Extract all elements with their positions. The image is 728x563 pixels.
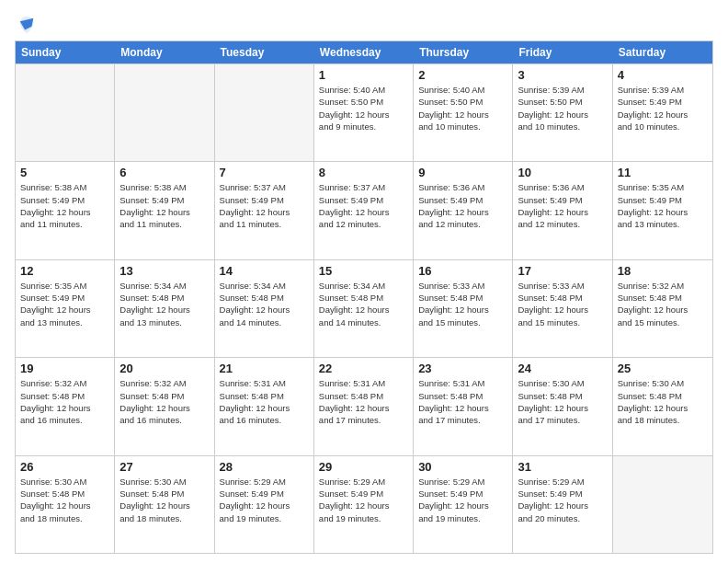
day-number: 24 [518,362,607,375]
day-cell: 16Sunrise: 5:33 AM Sunset: 5:48 PM Dayli… [414,260,513,357]
page-container: SundayMondayTuesdayWednesdayThursdayFrid… [0,0,728,563]
day-cell: 20Sunrise: 5:32 AM Sunset: 5:48 PM Dayli… [115,358,214,454]
day-info: Sunrise: 5:30 AM Sunset: 5:48 PM Dayligh… [119,476,209,524]
day-number: 2 [418,68,507,82]
day-number: 29 [319,460,408,474]
day-cell: 4Sunrise: 5:39 AM Sunset: 5:49 PM Daylig… [613,64,712,161]
day-number: 12 [20,264,109,278]
day-number: 15 [319,264,408,278]
day-cell: 15Sunrise: 5:34 AM Sunset: 5:48 PM Dayli… [314,260,414,357]
day-cell: 8Sunrise: 5:37 AM Sunset: 5:49 PM Daylig… [314,162,414,259]
day-number: 8 [319,166,408,179]
day-info: Sunrise: 5:36 AM Sunset: 5:49 PM Dayligh… [518,181,607,230]
day-info: Sunrise: 5:29 AM Sunset: 5:49 PM Dayligh… [418,476,507,524]
week-row-3: 12Sunrise: 5:35 AM Sunset: 5:49 PM Dayli… [16,259,712,357]
day-number: 26 [20,460,109,474]
day-info: Sunrise: 5:33 AM Sunset: 5:48 PM Dayligh… [518,280,607,328]
day-cell: 10Sunrise: 5:36 AM Sunset: 5:49 PM Dayli… [513,162,612,259]
day-cell: 24Sunrise: 5:30 AM Sunset: 5:48 PM Dayli… [513,358,612,454]
day-number: 4 [618,68,708,82]
day-info: Sunrise: 5:38 AM Sunset: 5:49 PM Dayligh… [119,181,209,230]
day-number: 19 [20,362,109,375]
day-cell: 13Sunrise: 5:34 AM Sunset: 5:48 PM Dayli… [115,260,214,357]
day-header-sunday: Sunday [16,41,115,63]
day-number: 7 [220,166,309,179]
day-number: 14 [220,264,309,278]
day-number: 17 [518,264,607,278]
day-number: 18 [618,264,708,278]
day-cell: 12Sunrise: 5:35 AM Sunset: 5:49 PM Dayli… [16,260,115,357]
day-info: Sunrise: 5:29 AM Sunset: 5:49 PM Dayligh… [220,476,309,524]
day-number: 22 [319,362,408,375]
day-info: Sunrise: 5:31 AM Sunset: 5:48 PM Dayligh… [319,377,408,426]
day-info: Sunrise: 5:33 AM Sunset: 5:48 PM Dayligh… [418,280,507,328]
day-cell: 28Sunrise: 5:29 AM Sunset: 5:49 PM Dayli… [215,456,314,553]
day-cell: 31Sunrise: 5:29 AM Sunset: 5:49 PM Dayli… [513,456,612,553]
day-info: Sunrise: 5:40 AM Sunset: 5:50 PM Dayligh… [418,84,507,132]
day-info: Sunrise: 5:32 AM Sunset: 5:48 PM Dayligh… [119,377,209,426]
day-header-saturday: Saturday [613,41,712,63]
day-cell: 17Sunrise: 5:33 AM Sunset: 5:48 PM Dayli… [513,260,612,357]
week-row-5: 26Sunrise: 5:30 AM Sunset: 5:48 PM Dayli… [16,455,712,553]
day-info: Sunrise: 5:31 AM Sunset: 5:48 PM Dayligh… [418,377,507,426]
day-cell: 22Sunrise: 5:31 AM Sunset: 5:48 PM Dayli… [314,358,414,454]
day-info: Sunrise: 5:32 AM Sunset: 5:48 PM Dayligh… [20,377,109,426]
day-number: 13 [119,264,209,278]
day-number: 11 [618,166,708,179]
day-number: 30 [418,460,507,474]
day-cell [215,64,314,161]
day-number: 1 [319,68,408,82]
week-row-2: 5Sunrise: 5:38 AM Sunset: 5:49 PM Daylig… [16,161,712,259]
day-info: Sunrise: 5:35 AM Sunset: 5:49 PM Dayligh… [20,280,109,328]
day-cell: 9Sunrise: 5:36 AM Sunset: 5:49 PM Daylig… [414,162,513,259]
day-info: Sunrise: 5:38 AM Sunset: 5:49 PM Dayligh… [20,181,109,230]
day-header-monday: Monday [115,41,214,63]
calendar: SundayMondayTuesdayWednesdayThursdayFrid… [15,40,713,554]
day-cell: 23Sunrise: 5:31 AM Sunset: 5:48 PM Dayli… [414,358,513,454]
day-cell: 7Sunrise: 5:37 AM Sunset: 5:49 PM Daylig… [215,162,314,259]
day-cell: 21Sunrise: 5:31 AM Sunset: 5:48 PM Dayli… [215,358,314,454]
day-cell: 25Sunrise: 5:30 AM Sunset: 5:48 PM Dayli… [613,358,712,454]
day-number: 20 [119,362,209,375]
day-info: Sunrise: 5:29 AM Sunset: 5:49 PM Dayligh… [518,476,607,524]
day-cell: 6Sunrise: 5:38 AM Sunset: 5:49 PM Daylig… [115,162,214,259]
day-number: 3 [518,68,607,82]
day-number: 6 [119,166,209,179]
day-cell: 11Sunrise: 5:35 AM Sunset: 5:49 PM Dayli… [613,162,712,259]
day-header-thursday: Thursday [414,41,513,63]
day-header-friday: Friday [513,41,612,63]
day-header-wednesday: Wednesday [314,41,414,63]
day-number: 31 [518,460,607,474]
day-cell: 18Sunrise: 5:32 AM Sunset: 5:48 PM Dayli… [613,260,712,357]
day-info: Sunrise: 5:31 AM Sunset: 5:48 PM Dayligh… [220,377,309,426]
day-cell: 2Sunrise: 5:40 AM Sunset: 5:50 PM Daylig… [414,64,513,161]
day-cell: 3Sunrise: 5:39 AM Sunset: 5:50 PM Daylig… [513,64,612,161]
week-row-1: 1Sunrise: 5:40 AM Sunset: 5:50 PM Daylig… [16,63,712,161]
day-number: 25 [618,362,708,375]
day-info: Sunrise: 5:30 AM Sunset: 5:48 PM Dayligh… [518,377,607,426]
day-info: Sunrise: 5:39 AM Sunset: 5:49 PM Dayligh… [618,84,708,132]
header [15,11,713,33]
day-info: Sunrise: 5:39 AM Sunset: 5:50 PM Dayligh… [518,84,607,132]
day-number: 23 [418,362,507,375]
day-number: 9 [418,166,507,179]
day-cell: 30Sunrise: 5:29 AM Sunset: 5:49 PM Dayli… [414,456,513,553]
logo [15,15,37,33]
day-info: Sunrise: 5:37 AM Sunset: 5:49 PM Dayligh… [220,181,309,230]
day-info: Sunrise: 5:36 AM Sunset: 5:49 PM Dayligh… [418,181,507,230]
day-cell: 26Sunrise: 5:30 AM Sunset: 5:48 PM Dayli… [16,456,115,553]
day-headers-row: SundayMondayTuesdayWednesdayThursdayFrid… [16,41,712,63]
day-number: 27 [119,460,209,474]
day-number: 10 [518,166,607,179]
calendar-body: 1Sunrise: 5:40 AM Sunset: 5:50 PM Daylig… [16,63,712,553]
day-cell [115,64,214,161]
week-row-4: 19Sunrise: 5:32 AM Sunset: 5:48 PM Dayli… [16,357,712,454]
day-cell: 27Sunrise: 5:30 AM Sunset: 5:48 PM Dayli… [115,456,214,553]
day-info: Sunrise: 5:30 AM Sunset: 5:48 PM Dayligh… [618,377,708,426]
day-info: Sunrise: 5:37 AM Sunset: 5:49 PM Dayligh… [319,181,408,230]
day-cell: 5Sunrise: 5:38 AM Sunset: 5:49 PM Daylig… [16,162,115,259]
day-info: Sunrise: 5:34 AM Sunset: 5:48 PM Dayligh… [220,280,309,328]
day-info: Sunrise: 5:40 AM Sunset: 5:50 PM Dayligh… [319,84,408,132]
day-cell: 1Sunrise: 5:40 AM Sunset: 5:50 PM Daylig… [314,64,414,161]
day-number: 21 [220,362,309,375]
